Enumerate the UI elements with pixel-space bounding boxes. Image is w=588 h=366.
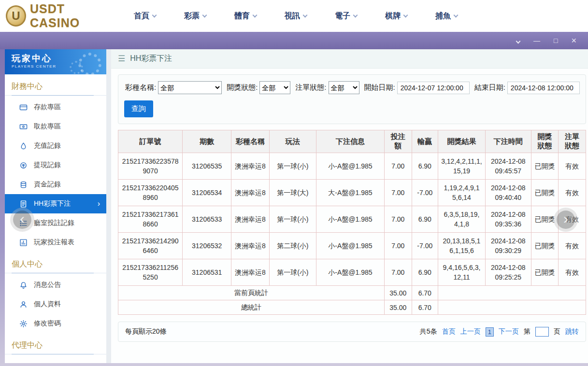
table-cell: 7.00 xyxy=(385,259,412,286)
person-icon xyxy=(19,300,28,309)
sidebar-item-change-password[interactable]: 修改密碼 xyxy=(5,314,106,333)
nav-item-chess-cards[interactable]: 棋牌 xyxy=(385,11,407,21)
bets-table: 訂單號期數彩種名稱玩法下注信息投注額輸贏開獎結果下注時間開獎狀態注單狀態 215… xyxy=(118,130,586,315)
table-cell: 小-A盤@1.985 xyxy=(316,233,384,259)
summary-winloss-total: 6.70 xyxy=(412,300,438,315)
content-area: 彩種名稱: 全部 開獎狀態: 全部 注單狀態: 全部 開始日期: 結束日期: 查… xyxy=(111,69,588,363)
sidebar-item-label: 提現記錄 xyxy=(34,161,61,169)
nav-item-label: 首頁 xyxy=(134,11,149,21)
table-cell: 已開獎 xyxy=(531,180,559,206)
coin-stack-icon xyxy=(19,181,28,189)
sidebar-item-deposit[interactable]: 存款專區 xyxy=(5,98,106,117)
table-cell: 第一球(小) xyxy=(269,206,316,233)
summary-row: 當前頁統計35.006.70 xyxy=(118,286,586,300)
order-status-filter-label: 注單狀態: xyxy=(295,83,326,92)
jump-button[interactable]: 跳转 xyxy=(565,327,579,336)
table-cell: 大-A盤@1.985 xyxy=(316,180,384,206)
summary-bet-total: 35.00 xyxy=(385,286,412,300)
bell-icon xyxy=(19,281,28,289)
table-cell: 澳洲幸运8 xyxy=(231,233,270,259)
table-cell: 有效 xyxy=(559,180,586,206)
window-maximize-button[interactable]: □ xyxy=(554,37,558,44)
logo[interactable]: U USDT CASINO xyxy=(0,2,114,30)
prev-page-link[interactable]: 上一页 xyxy=(460,327,481,336)
table-cell: 已開獎 xyxy=(531,206,559,233)
chevron-down-icon xyxy=(253,13,258,17)
table-body: 215217336223578907031206535澳洲幸运8第一球(小)小-… xyxy=(118,153,586,315)
table-cell: 31206532 xyxy=(183,233,231,259)
current-page-button[interactable]: 1 xyxy=(486,327,494,337)
table-cell: 2152173362235789070 xyxy=(118,153,183,180)
table-cell: 有效 xyxy=(559,153,586,180)
table-cell: 已開獎 xyxy=(531,153,559,180)
table-cell: 7.00 xyxy=(385,180,412,206)
hamburger-menu-icon[interactable]: ☰ xyxy=(118,54,125,64)
end-date-input[interactable] xyxy=(507,82,580,94)
next-page-link[interactable]: 下一页 xyxy=(499,327,519,336)
chevron-down-icon xyxy=(403,13,408,17)
table-cell: 9,4,16,5,6,3,12,11 xyxy=(438,259,486,286)
table-cell: 第一球(小) xyxy=(269,259,316,286)
sidebar-item-label: HH彩票下注 xyxy=(34,199,71,208)
table-cell: 第一球(小) xyxy=(269,153,316,180)
table-cell: 澳洲幸运8 xyxy=(231,259,270,286)
workspace: 玩家中心 PLAYERS CENTER 財務中心 存款專區 取款專區 充值記錄 … xyxy=(5,49,583,363)
sidebar-item-recharge-record[interactable]: 充值記錄 xyxy=(5,136,106,155)
sidebar-section-personal: 個人中心 xyxy=(5,252,106,273)
jump-page-input[interactable] xyxy=(535,327,549,337)
table-cell: 31206535 xyxy=(183,153,231,180)
sidebar-item-withdraw-record[interactable]: 提現記錄 xyxy=(5,155,106,175)
nav-item-sports[interactable]: 體育 xyxy=(234,11,257,21)
table-cell: 2152173362112565250 xyxy=(118,259,183,286)
carousel-next-button[interactable]: › xyxy=(557,211,575,229)
nav-item-label: 捕魚 xyxy=(435,11,451,21)
nav-item-fishing[interactable]: 捕魚 xyxy=(435,11,458,21)
carousel-prev-button[interactable]: ‹ xyxy=(13,211,31,229)
nav-item-label: 彩票 xyxy=(184,11,200,21)
window-title-bar: — □ × xyxy=(0,32,588,49)
nav-item-home[interactable]: 首頁 xyxy=(134,11,156,21)
table-cell: 6.90 xyxy=(412,259,438,286)
sidebar-section-finance: 財務中心 xyxy=(5,74,106,96)
window-collapse-button[interactable] xyxy=(516,37,520,44)
table-cell: 2024-12-08 09:25:25 xyxy=(485,259,531,286)
draw-status-select[interactable]: 全部 xyxy=(259,81,290,94)
column-header: 注單狀態 xyxy=(559,130,586,153)
first-page-link[interactable]: 首页 xyxy=(442,327,456,336)
chevron-down-icon xyxy=(303,13,308,17)
search-button[interactable]: 查詢 xyxy=(124,100,153,117)
sidebar-item-announcements[interactable]: 消息公告 xyxy=(5,275,106,295)
lottery-filter-label: 彩種名稱: xyxy=(125,83,156,92)
logo-coin-icon: U xyxy=(6,5,26,27)
nav-item-lottery[interactable]: 彩票 xyxy=(184,11,206,21)
sidebar-item-label: 廳室投註記錄 xyxy=(34,219,74,227)
nav-item-label: 電子 xyxy=(335,11,350,21)
window-close-button[interactable]: × xyxy=(571,36,576,45)
sidebar-item-player-bet-report[interactable]: 玩家投注報表 xyxy=(5,233,106,252)
sidebar-item-funds-record[interactable]: 資金記錄 xyxy=(5,175,106,194)
table-cell: 1,19,2,4,9,15,6,14 xyxy=(438,180,486,206)
chevron-down-icon xyxy=(152,13,157,17)
table-cell: 2152173362204058960 xyxy=(118,180,183,206)
coin-icon xyxy=(19,161,28,169)
table-cell: 已開獎 xyxy=(531,233,559,259)
summary-label: 當前頁統計 xyxy=(118,286,385,300)
table-cell: 6.90 xyxy=(412,153,438,180)
sidebar-item-profile[interactable]: 個人資料 xyxy=(5,295,106,314)
table-cell: 小-A盤@1.985 xyxy=(316,206,384,233)
sidebar-title: 玩家中心 xyxy=(12,53,106,64)
start-date-input[interactable] xyxy=(397,82,470,94)
table-cell: 31206534 xyxy=(183,180,231,206)
sidebar-item-withdrawal[interactable]: 取款專區 xyxy=(5,117,106,136)
window-minimize-button[interactable]: — xyxy=(533,37,540,44)
column-header: 投注額 xyxy=(385,130,412,153)
droplet-icon xyxy=(19,142,28,150)
summary-winloss-total: 6.70 xyxy=(412,286,438,300)
lottery-select[interactable]: 全部 xyxy=(158,81,222,94)
nav-item-electronic[interactable]: 電子 xyxy=(335,11,357,21)
order-status-select[interactable]: 全部 xyxy=(329,81,359,94)
nav-item-live-video[interactable]: 視訊 xyxy=(285,11,307,21)
table-cell: 2152173362173618660 xyxy=(118,206,183,233)
table-row: 215217336217361866031206533澳洲幸运8第一球(小)小-… xyxy=(118,206,586,233)
table-cell: 7.00 xyxy=(385,153,412,180)
